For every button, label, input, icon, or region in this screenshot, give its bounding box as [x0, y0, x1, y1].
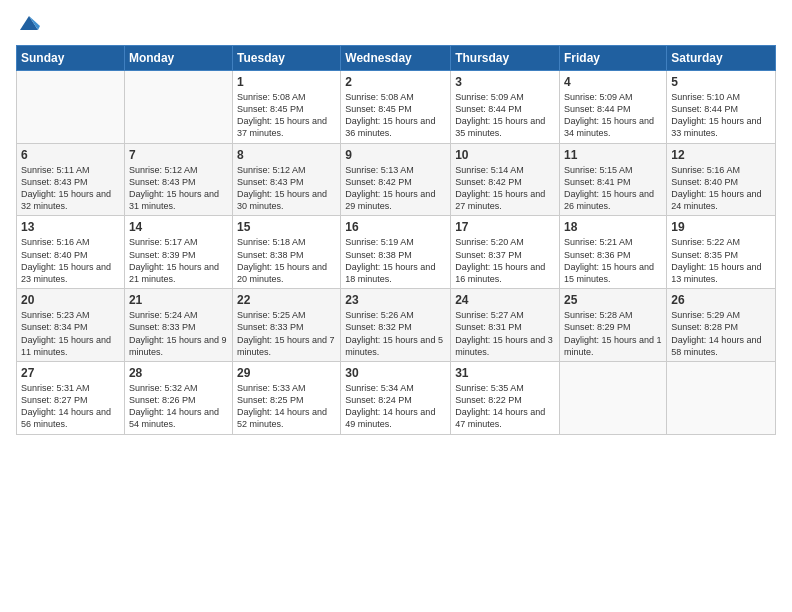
day-info: Sunrise: 5:22 AM Sunset: 8:35 PM Dayligh… — [671, 236, 771, 285]
calendar-cell: 17Sunrise: 5:20 AM Sunset: 8:37 PM Dayli… — [451, 216, 560, 289]
calendar-cell: 30Sunrise: 5:34 AM Sunset: 8:24 PM Dayli… — [341, 361, 451, 434]
calendar-cell: 14Sunrise: 5:17 AM Sunset: 8:39 PM Dayli… — [124, 216, 232, 289]
day-info: Sunrise: 5:31 AM Sunset: 8:27 PM Dayligh… — [21, 382, 120, 431]
day-info: Sunrise: 5:11 AM Sunset: 8:43 PM Dayligh… — [21, 164, 120, 213]
day-number: 30 — [345, 365, 446, 381]
day-info: Sunrise: 5:32 AM Sunset: 8:26 PM Dayligh… — [129, 382, 228, 431]
day-info: Sunrise: 5:15 AM Sunset: 8:41 PM Dayligh… — [564, 164, 662, 213]
day-info: Sunrise: 5:28 AM Sunset: 8:29 PM Dayligh… — [564, 309, 662, 358]
calendar-week-4: 27Sunrise: 5:31 AM Sunset: 8:27 PM Dayli… — [17, 361, 776, 434]
calendar-cell: 22Sunrise: 5:25 AM Sunset: 8:33 PM Dayli… — [233, 289, 341, 362]
day-number: 28 — [129, 365, 228, 381]
day-info: Sunrise: 5:12 AM Sunset: 8:43 PM Dayligh… — [129, 164, 228, 213]
calendar-cell: 28Sunrise: 5:32 AM Sunset: 8:26 PM Dayli… — [124, 361, 232, 434]
col-header-saturday: Saturday — [667, 45, 776, 70]
calendar-week-3: 20Sunrise: 5:23 AM Sunset: 8:34 PM Dayli… — [17, 289, 776, 362]
day-number: 16 — [345, 219, 446, 235]
calendar-cell: 11Sunrise: 5:15 AM Sunset: 8:41 PM Dayli… — [560, 143, 667, 216]
calendar-cell: 7Sunrise: 5:12 AM Sunset: 8:43 PM Daylig… — [124, 143, 232, 216]
calendar-cell: 15Sunrise: 5:18 AM Sunset: 8:38 PM Dayli… — [233, 216, 341, 289]
calendar-cell: 19Sunrise: 5:22 AM Sunset: 8:35 PM Dayli… — [667, 216, 776, 289]
day-info: Sunrise: 5:16 AM Sunset: 8:40 PM Dayligh… — [21, 236, 120, 285]
col-header-sunday: Sunday — [17, 45, 125, 70]
day-number: 8 — [237, 147, 336, 163]
calendar-table: SundayMondayTuesdayWednesdayThursdayFrid… — [16, 45, 776, 435]
calendar-cell: 29Sunrise: 5:33 AM Sunset: 8:25 PM Dayli… — [233, 361, 341, 434]
calendar-cell: 21Sunrise: 5:24 AM Sunset: 8:33 PM Dayli… — [124, 289, 232, 362]
day-info: Sunrise: 5:26 AM Sunset: 8:32 PM Dayligh… — [345, 309, 446, 358]
calendar-cell: 27Sunrise: 5:31 AM Sunset: 8:27 PM Dayli… — [17, 361, 125, 434]
day-info: Sunrise: 5:27 AM Sunset: 8:31 PM Dayligh… — [455, 309, 555, 358]
col-header-wednesday: Wednesday — [341, 45, 451, 70]
day-number: 23 — [345, 292, 446, 308]
calendar-cell: 13Sunrise: 5:16 AM Sunset: 8:40 PM Dayli… — [17, 216, 125, 289]
day-info: Sunrise: 5:34 AM Sunset: 8:24 PM Dayligh… — [345, 382, 446, 431]
calendar-cell: 16Sunrise: 5:19 AM Sunset: 8:38 PM Dayli… — [341, 216, 451, 289]
day-number: 29 — [237, 365, 336, 381]
calendar-cell — [124, 70, 232, 143]
day-number: 5 — [671, 74, 771, 90]
day-number: 22 — [237, 292, 336, 308]
day-info: Sunrise: 5:16 AM Sunset: 8:40 PM Dayligh… — [671, 164, 771, 213]
day-number: 6 — [21, 147, 120, 163]
day-number: 11 — [564, 147, 662, 163]
day-number: 20 — [21, 292, 120, 308]
calendar-week-0: 1Sunrise: 5:08 AM Sunset: 8:45 PM Daylig… — [17, 70, 776, 143]
calendar-cell — [17, 70, 125, 143]
calendar-cell: 18Sunrise: 5:21 AM Sunset: 8:36 PM Dayli… — [560, 216, 667, 289]
calendar-cell: 31Sunrise: 5:35 AM Sunset: 8:22 PM Dayli… — [451, 361, 560, 434]
day-number: 27 — [21, 365, 120, 381]
calendar-cell: 5Sunrise: 5:10 AM Sunset: 8:44 PM Daylig… — [667, 70, 776, 143]
col-header-friday: Friday — [560, 45, 667, 70]
day-number: 14 — [129, 219, 228, 235]
calendar-cell: 12Sunrise: 5:16 AM Sunset: 8:40 PM Dayli… — [667, 143, 776, 216]
day-number: 2 — [345, 74, 446, 90]
day-info: Sunrise: 5:25 AM Sunset: 8:33 PM Dayligh… — [237, 309, 336, 358]
day-info: Sunrise: 5:24 AM Sunset: 8:33 PM Dayligh… — [129, 309, 228, 358]
day-number: 12 — [671, 147, 771, 163]
col-header-tuesday: Tuesday — [233, 45, 341, 70]
calendar-cell: 1Sunrise: 5:08 AM Sunset: 8:45 PM Daylig… — [233, 70, 341, 143]
day-info: Sunrise: 5:08 AM Sunset: 8:45 PM Dayligh… — [237, 91, 336, 140]
day-number: 13 — [21, 219, 120, 235]
day-info: Sunrise: 5:09 AM Sunset: 8:44 PM Dayligh… — [564, 91, 662, 140]
day-info: Sunrise: 5:21 AM Sunset: 8:36 PM Dayligh… — [564, 236, 662, 285]
calendar-cell: 10Sunrise: 5:14 AM Sunset: 8:42 PM Dayli… — [451, 143, 560, 216]
calendar-cell — [667, 361, 776, 434]
day-number: 15 — [237, 219, 336, 235]
day-number: 4 — [564, 74, 662, 90]
calendar-cell: 4Sunrise: 5:09 AM Sunset: 8:44 PM Daylig… — [560, 70, 667, 143]
col-header-monday: Monday — [124, 45, 232, 70]
day-info: Sunrise: 5:17 AM Sunset: 8:39 PM Dayligh… — [129, 236, 228, 285]
day-info: Sunrise: 5:29 AM Sunset: 8:28 PM Dayligh… — [671, 309, 771, 358]
calendar-cell: 6Sunrise: 5:11 AM Sunset: 8:43 PM Daylig… — [17, 143, 125, 216]
day-number: 3 — [455, 74, 555, 90]
day-number: 7 — [129, 147, 228, 163]
day-info: Sunrise: 5:23 AM Sunset: 8:34 PM Dayligh… — [21, 309, 120, 358]
header — [16, 12, 776, 37]
day-info: Sunrise: 5:12 AM Sunset: 8:43 PM Dayligh… — [237, 164, 336, 213]
day-info: Sunrise: 5:14 AM Sunset: 8:42 PM Dayligh… — [455, 164, 555, 213]
day-info: Sunrise: 5:33 AM Sunset: 8:25 PM Dayligh… — [237, 382, 336, 431]
col-header-thursday: Thursday — [451, 45, 560, 70]
logo-icon — [18, 12, 40, 34]
day-info: Sunrise: 5:20 AM Sunset: 8:37 PM Dayligh… — [455, 236, 555, 285]
calendar-week-2: 13Sunrise: 5:16 AM Sunset: 8:40 PM Dayli… — [17, 216, 776, 289]
calendar-cell: 8Sunrise: 5:12 AM Sunset: 8:43 PM Daylig… — [233, 143, 341, 216]
calendar-cell — [560, 361, 667, 434]
day-number: 10 — [455, 147, 555, 163]
day-number: 9 — [345, 147, 446, 163]
day-info: Sunrise: 5:35 AM Sunset: 8:22 PM Dayligh… — [455, 382, 555, 431]
calendar-header-row: SundayMondayTuesdayWednesdayThursdayFrid… — [17, 45, 776, 70]
calendar-cell: 9Sunrise: 5:13 AM Sunset: 8:42 PM Daylig… — [341, 143, 451, 216]
day-info: Sunrise: 5:09 AM Sunset: 8:44 PM Dayligh… — [455, 91, 555, 140]
day-number: 21 — [129, 292, 228, 308]
calendar-week-1: 6Sunrise: 5:11 AM Sunset: 8:43 PM Daylig… — [17, 143, 776, 216]
day-number: 24 — [455, 292, 555, 308]
day-info: Sunrise: 5:13 AM Sunset: 8:42 PM Dayligh… — [345, 164, 446, 213]
page: SundayMondayTuesdayWednesdayThursdayFrid… — [0, 0, 792, 612]
day-number: 31 — [455, 365, 555, 381]
day-info: Sunrise: 5:08 AM Sunset: 8:45 PM Dayligh… — [345, 91, 446, 140]
calendar-cell: 26Sunrise: 5:29 AM Sunset: 8:28 PM Dayli… — [667, 289, 776, 362]
day-info: Sunrise: 5:19 AM Sunset: 8:38 PM Dayligh… — [345, 236, 446, 285]
